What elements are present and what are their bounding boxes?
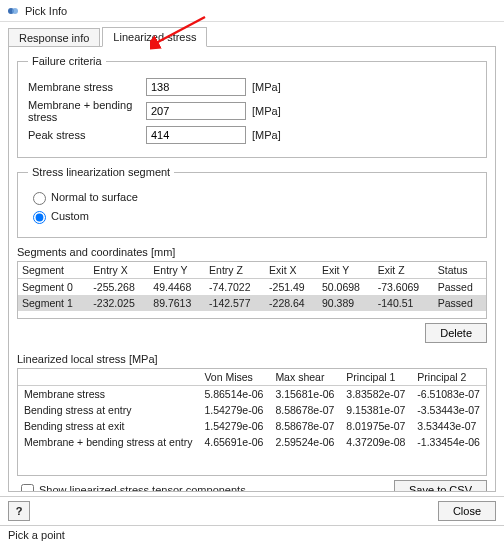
membrane-bending-stress-input[interactable] [146, 102, 246, 120]
svg-point-1 [12, 8, 18, 14]
peak-stress-input[interactable] [146, 126, 246, 144]
table-row[interactable]: Segment 1-232.02589.7613-142.577-228.649… [18, 295, 486, 311]
failure-criteria-group: Failure criteria Membrane stress [MPa] M… [17, 55, 487, 158]
table-row[interactable]: Membrane + bending stress at entry4.6569… [18, 434, 487, 450]
stress-col-header[interactable]: Principal 3 [486, 369, 487, 386]
custom-label: Custom [51, 210, 89, 222]
membrane-stress-input[interactable] [146, 78, 246, 96]
app-icon [6, 4, 20, 18]
segments-col-header[interactable]: Exit Y [318, 262, 374, 279]
segments-col-header[interactable]: Entry Z [205, 262, 265, 279]
tab-panel: Failure criteria Membrane stress [MPa] M… [8, 46, 496, 492]
show-tensor-checkbox[interactable] [21, 484, 34, 493]
segments-col-header[interactable]: Status [434, 262, 486, 279]
stress-col-header[interactable]: Principal 2 [411, 369, 485, 386]
stress-col-header[interactable]: Von Mises [198, 369, 269, 386]
delete-button[interactable]: Delete [425, 323, 487, 343]
table-row[interactable]: Membrane stress5.86514e-063.15681e-063.8… [18, 386, 487, 403]
dialog-footer: ? Close [0, 496, 504, 525]
stress-table-wrap[interactable]: Von MisesMax shearPrincipal 1Principal 2… [17, 368, 487, 476]
status-text: Pick a point [8, 529, 65, 541]
membrane-stress-unit: [MPa] [252, 81, 281, 93]
segments-label: Segments and coordinates [mm] [17, 246, 487, 258]
show-tensor-label-wrap[interactable]: Show linearized stress tensor components [17, 481, 246, 493]
titlebar: Pick Info [0, 0, 504, 22]
status-bar: Pick a point [0, 525, 504, 543]
show-tensor-label: Show linearized stress tensor components [39, 484, 246, 492]
membrane-bending-stress-unit: [MPa] [252, 105, 281, 117]
stress-col-header[interactable]: Principal 1 [340, 369, 411, 386]
failure-criteria-legend: Failure criteria [28, 55, 106, 67]
tab-linearized-stress[interactable]: Linearized stress [102, 27, 207, 47]
help-button[interactable]: ? [8, 501, 30, 521]
stress-linearization-segment-legend: Stress linearization segment [28, 166, 174, 178]
peak-stress-label: Peak stress [28, 129, 146, 141]
table-row[interactable]: Bending stress at exit1.54279e-068.58678… [18, 418, 487, 434]
stress-col-header[interactable]: Max shear [269, 369, 340, 386]
table-row[interactable]: Segment 0-255.26849.4468-74.7022-251.495… [18, 279, 486, 296]
custom-radio[interactable] [33, 211, 46, 224]
tab-strip: Response info Linearized stress [0, 22, 504, 46]
tab-response-info[interactable]: Response info [8, 28, 100, 47]
stress-table: Von MisesMax shearPrincipal 1Principal 2… [18, 369, 487, 450]
segments-col-header[interactable]: Entry X [89, 262, 149, 279]
segments-col-header[interactable]: Entry Y [149, 262, 205, 279]
segments-table-wrap[interactable]: SegmentEntry XEntry YEntry ZExit XExit Y… [17, 261, 487, 319]
window-title: Pick Info [25, 5, 67, 17]
normal-to-surface-label: Normal to surface [51, 191, 138, 203]
membrane-stress-label: Membrane stress [28, 81, 146, 93]
stress-col-header[interactable] [18, 369, 198, 386]
save-to-csv-button[interactable]: Save to CSV [394, 480, 487, 492]
segments-col-header[interactable]: Segment [18, 262, 89, 279]
stress-linearization-segment-group: Stress linearization segment Normal to s… [17, 166, 487, 238]
close-button[interactable]: Close [438, 501, 496, 521]
segments-col-header[interactable]: Exit X [265, 262, 318, 279]
table-row[interactable]: Bending stress at entry1.54279e-068.5867… [18, 402, 487, 418]
peak-stress-unit: [MPa] [252, 129, 281, 141]
segments-col-header[interactable]: Exit Z [374, 262, 434, 279]
linearized-local-stress-label: Linearized local stress [MPa] [17, 353, 487, 365]
normal-to-surface-radio[interactable] [33, 192, 46, 205]
segments-table: SegmentEntry XEntry YEntry ZExit XExit Y… [18, 262, 486, 311]
membrane-bending-stress-label: Membrane + bending stress [28, 99, 146, 123]
